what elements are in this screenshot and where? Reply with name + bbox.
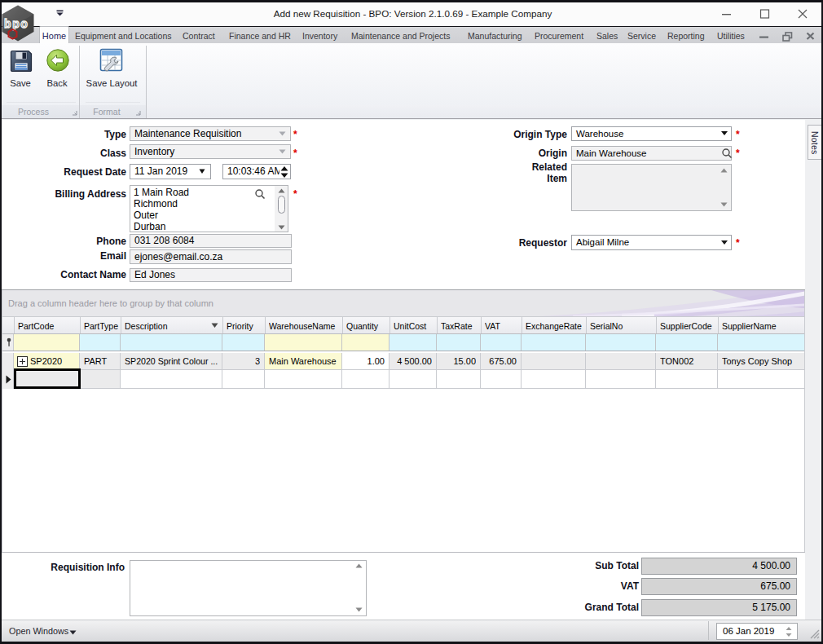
svg-text:bpo: bpo xyxy=(4,17,29,30)
